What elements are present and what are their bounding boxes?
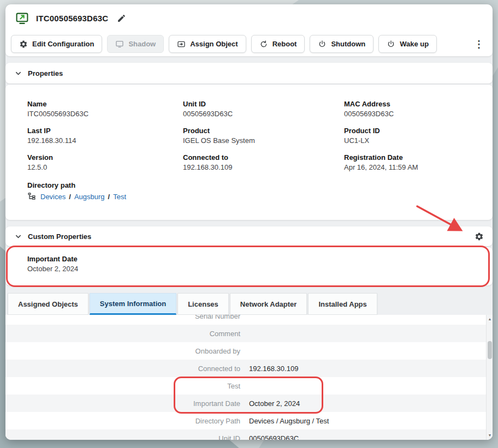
custom-properties-section-header[interactable]: Custom Properties [5,226,493,246]
breadcrumb-devices[interactable]: Devices [40,193,66,201]
property-value: 192.168.30.114 [27,136,183,145]
breadcrumb-test[interactable]: Test [113,193,126,201]
chevron-down-icon[interactable] [14,69,22,77]
property-label: Unit ID [183,100,344,108]
table-row: Directory PathDevices / Augsburg / Test [5,412,486,429]
directory-path-field: Directory path Devices / Augsburg / Test [27,181,471,201]
system-information-table: Serial Number Comment Onboarded by Conne… [5,315,493,440]
tab-installed-apps[interactable]: Installed Apps [308,293,377,315]
property-label: Name [27,100,183,108]
device-detail-window: ITC00505693D63C Edit Configuration Shado… [5,4,493,440]
property-label: Registration Date [344,153,471,162]
property-label: Last IP [27,127,183,135]
property-label: Product [183,127,344,135]
property-label: MAC Address [344,100,471,108]
property-value: 12.5.0 [27,163,183,171]
table-row: Test [5,377,486,395]
button-label: Edit Configuration [32,40,94,48]
tab-bar: Assigned Objects System Information Lice… [5,293,493,315]
power-icon [387,40,395,49]
edit-configuration-button[interactable]: Edit Configuration [11,35,102,53]
breadcrumb: Devices / Augsburg / Test [27,192,471,201]
properties-grid: NameITC00505693D63C Unit ID00505693D63C … [27,100,471,171]
table-row: Onboarded by [5,342,486,360]
property-value: 00505693D63C [344,110,471,118]
section-title: Custom Properties [28,232,91,241]
button-label: Reboot [272,40,297,48]
gear-icon [19,40,28,49]
reboot-button[interactable]: Reboot [251,35,305,53]
scrollbar-thumb[interactable] [488,341,492,359]
row-label: Connected to [5,365,240,373]
desktop-background: ITC00505693D63C Edit Configuration Shado… [0,0,498,448]
property-value: UC1-LX [344,136,471,145]
breadcrumb-separator: / [105,193,114,201]
properties-panel: NameITC00505693D63C Unit ID00505693D63C … [5,85,493,220]
property-field: Last IP192.168.30.114 [27,127,183,145]
row-label: Serial Number [5,315,240,320]
row-value: 192.168.30.109 [249,365,298,373]
row-label: Onboarded by [5,347,240,355]
table-body: Serial Number Comment Onboarded by Conne… [5,315,486,440]
edit-name-icon[interactable] [117,14,126,23]
table-row: Comment [5,325,486,342]
property-value: October 2, 2024 [27,265,471,273]
power-icon [318,40,327,49]
property-field: Product IDUC1-LX [344,127,471,145]
properties-section-header[interactable]: Properties [5,63,493,83]
assign-object-icon [177,40,186,49]
row-value: Devices / Augsburg / Test [249,417,329,425]
button-label: Wake up [400,40,429,48]
breadcrumb-augsburg[interactable]: Augsburg [74,193,105,201]
property-value: ITC00505693D63C [27,110,183,118]
shadow-button[interactable]: Shadow [107,35,164,53]
kebab-menu-icon[interactable] [471,36,487,52]
page-title: ITC00505693D63C [36,14,108,23]
toolbar: Edit Configuration Shadow Assign Object … [5,32,493,56]
property-label: Directory path [27,181,471,189]
shutdown-button[interactable]: Shutdown [310,35,374,53]
assign-object-button[interactable]: Assign Object [169,35,246,53]
property-label: Important Date [27,255,471,263]
button-label: Shutdown [331,40,365,48]
header-card: ITC00505693D63C Edit Configuration Shado… [5,4,493,56]
device-icon [15,11,29,25]
row-label: Directory Path [5,417,240,425]
wake-up-button[interactable]: Wake up [378,35,437,53]
tab-system-information[interactable]: System Information [90,293,176,315]
property-field: NameITC00505693D63C [27,100,183,118]
row-label: Unit ID [5,434,240,440]
property-label: Product ID [344,127,471,135]
scroll-up-icon[interactable] [487,316,493,322]
tab-network-adapter[interactable]: Network Adapter [230,293,307,315]
property-value: IGEL OS Base System [183,136,344,145]
property-label: Connected to [183,153,344,162]
row-value: 00505693D63C [249,434,299,440]
chevron-down-icon[interactable] [14,232,22,241]
directory-tree-icon [27,192,36,201]
section-title: Properties [28,69,63,77]
scrollbar[interactable] [486,315,493,440]
table-row: Unit ID00505693D63C [5,429,486,440]
button-label: Shadow [128,40,156,48]
custom-properties-panel: Important Date October 2, 2024 [5,247,493,285]
property-field: Registration DateApr 16, 2024, 11:59 AM [344,153,471,171]
monitor-icon [115,40,124,49]
custom-properties-gear-icon[interactable] [475,232,484,241]
button-label: Assign Object [190,40,238,48]
property-field: ProductIGEL OS Base System [183,127,344,145]
row-label: Important Date [5,399,240,408]
row-label: Test [5,382,240,390]
property-field: Connected to192.168.30.109 [183,153,344,171]
property-value: Apr 16, 2024, 11:59 AM [344,163,471,171]
property-label: Version [27,153,183,162]
property-value: 00505693D63C [183,110,344,118]
property-value: 192.168.30.109 [183,163,344,171]
property-field: Unit ID00505693D63C [183,100,344,118]
tab-assigned-objects[interactable]: Assigned Objects [8,293,88,315]
row-label: Comment [5,330,240,338]
reboot-icon [259,40,268,49]
tab-licenses[interactable]: Licenses [177,293,229,315]
property-field: Version12.5.0 [27,153,183,171]
property-field: Important Date October 2, 2024 [27,255,471,273]
